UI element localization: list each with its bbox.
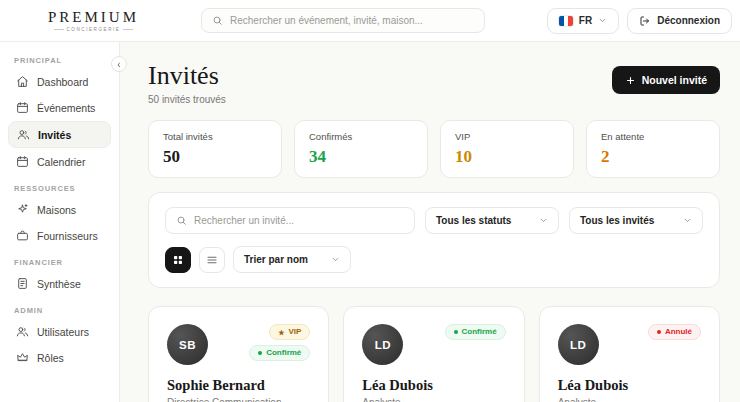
type-filter-select[interactable]: Tous les invités: [569, 207, 703, 234]
sidebar-section-label: PRINCIPAL: [14, 56, 105, 65]
status-badges: Annulé: [648, 324, 701, 340]
sidebar-collapse-button[interactable]: ‹: [111, 56, 127, 72]
new-guest-label: Nouvel invité: [642, 74, 707, 86]
list-icon: [206, 254, 218, 266]
sidebar-item-dashboard[interactable]: Dashboard: [8, 69, 111, 94]
badge-label: Confirmé: [462, 328, 497, 336]
grid-view-button[interactable]: [165, 247, 191, 273]
sidebar-nav: PRINCIPALDashboardÉvénementsInvitésCalen…: [8, 56, 111, 370]
logout-label: Déconnexion: [657, 15, 720, 26]
global-search-input[interactable]: [230, 15, 474, 26]
stat-card-total-invites: Total invités50: [148, 120, 282, 178]
sidebar: PRINCIPALDashboardÉvénementsInvitésCalen…: [0, 42, 120, 402]
crown-icon: [16, 351, 29, 364]
search-icon: [176, 215, 187, 226]
sidebar-item-maisons[interactable]: Maisons: [8, 197, 111, 222]
status-badges: ★VIPConfirmé: [249, 324, 310, 361]
language-label: FR: [579, 15, 592, 26]
sort-select[interactable]: Trier par nom: [233, 246, 351, 273]
sidebar-item-label: Dashboard: [37, 76, 88, 88]
guest-search[interactable]: [165, 207, 415, 234]
sidebar-item-label: Événements: [37, 102, 95, 114]
stat-label: Confirmés: [309, 131, 413, 142]
sidebar-item-label: Invités: [38, 129, 71, 141]
stat-value: 50: [163, 147, 267, 167]
app-logo[interactable]: PREMIUM CONCIERGERIE: [48, 10, 139, 32]
sidebar-item-label: Synthèse: [37, 278, 81, 290]
status-badge-vip: ★VIP: [269, 324, 310, 340]
status-filter-select[interactable]: Tous les statuts: [425, 207, 559, 234]
sidebar-item-label: Fournisseurs: [37, 230, 98, 242]
page-header: Invités 50 invités trouvés Nouvel invité: [148, 62, 720, 105]
app-header: PREMIUM CONCIERGERIE FR Déconnexion: [0, 0, 740, 42]
grid-icon: [172, 254, 184, 266]
sidebar-section-label: ADMIN: [14, 306, 105, 315]
sidebar-item-roles[interactable]: Rôles: [8, 345, 111, 370]
status-badge-confirmed: Confirmé: [445, 324, 506, 340]
guest-card-top: SB★VIPConfirmé: [167, 324, 310, 365]
guest-search-input[interactable]: [194, 215, 404, 226]
guest-name: Sophie Bernard: [167, 377, 310, 394]
guest-name: Léa Dubois: [558, 377, 701, 394]
sidebar-item-label: Calendrier: [37, 156, 85, 168]
guest-card[interactable]: LDAnnuléLéa DuboisAnalysteNetflixguest25…: [539, 306, 720, 402]
chevron-down-icon: [683, 216, 692, 225]
avatar: SB: [167, 324, 208, 365]
badge-label: Confirmé: [266, 349, 301, 357]
users-icon: [17, 128, 30, 141]
stat-card-confirmes: Confirmés34: [294, 120, 428, 178]
status-badge-confirmed: Confirmé: [249, 345, 310, 361]
results-count: 50 invités trouvés: [148, 94, 226, 105]
avatar: LD: [362, 324, 403, 365]
guest-role: Analyste: [558, 397, 701, 402]
logo-subtitle: CONCIERGERIE: [54, 27, 134, 32]
sidebar-section: FINANCIERSynthèse: [8, 258, 111, 296]
avatar: LD: [558, 324, 599, 365]
header-actions: FR Déconnexion: [547, 8, 732, 34]
stat-card-en-attente: En attente2: [586, 120, 720, 178]
sort-value: Trier par nom: [244, 254, 308, 265]
status-filter-value: Tous les statuts: [436, 215, 511, 226]
guest-card[interactable]: LDConfirméLéa DuboisAnalysteNetflixguest…: [343, 306, 524, 402]
global-search[interactable]: [201, 8, 485, 33]
filter-row-secondary: Trier par nom: [165, 246, 703, 273]
guest-card[interactable]: SB★VIPConfirméSophie BernardDirectrice C…: [148, 306, 329, 402]
guest-card-top: LDAnnulé: [558, 324, 701, 365]
stat-label: VIP: [455, 131, 559, 142]
stat-value: 10: [455, 147, 559, 167]
search-icon: [212, 15, 223, 26]
guest-role: Analyste: [362, 397, 505, 402]
sidebar-item-invites[interactable]: Invités: [8, 121, 111, 148]
stat-card-vip: VIP10: [440, 120, 574, 178]
france-flag-icon: [559, 16, 573, 26]
guest-role: Directrice Communication: [167, 397, 310, 402]
document-icon: [16, 277, 29, 290]
page-title-block: Invités 50 invités trouvés: [148, 62, 226, 105]
main-content: Invités 50 invités trouvés Nouvel invité…: [120, 42, 740, 402]
language-selector[interactable]: FR: [547, 8, 619, 34]
chevron-down-icon: [598, 16, 607, 25]
chevron-down-icon: [331, 255, 340, 264]
calendar-icon: [16, 101, 29, 114]
home-icon: [16, 75, 29, 88]
list-view-button[interactable]: [199, 247, 225, 273]
sidebar-section-label: RESSOURCES: [14, 184, 105, 193]
sidebar-section: RESSOURCESMaisonsFournisseurs: [8, 184, 111, 248]
logout-icon: [639, 15, 651, 27]
sidebar-item-label: Rôles: [37, 352, 64, 364]
logout-button[interactable]: Déconnexion: [627, 8, 732, 34]
sidebar-item-calendrier[interactable]: Calendrier: [8, 149, 111, 174]
guest-grid: SB★VIPConfirméSophie BernardDirectrice C…: [148, 306, 720, 402]
guest-card-top: LDConfirmé: [362, 324, 505, 365]
sidebar-item-fournisseurs[interactable]: Fournisseurs: [8, 223, 111, 248]
sidebar-item-utilisateurs[interactable]: Utilisateurs: [8, 319, 111, 344]
filter-card: Tous les statuts Tous les invités Trier …: [148, 192, 720, 288]
stat-label: En attente: [601, 131, 705, 142]
sidebar-item-evenements[interactable]: Événements: [8, 95, 111, 120]
sidebar-item-synthese[interactable]: Synthèse: [8, 271, 111, 296]
status-dot-icon: [657, 330, 661, 334]
sidebar-section-label: FINANCIER: [14, 258, 105, 267]
new-guest-button[interactable]: Nouvel invité: [612, 66, 720, 94]
filter-row-primary: Tous les statuts Tous les invités: [165, 207, 703, 234]
sidebar-item-label: Utilisateurs: [37, 326, 89, 338]
